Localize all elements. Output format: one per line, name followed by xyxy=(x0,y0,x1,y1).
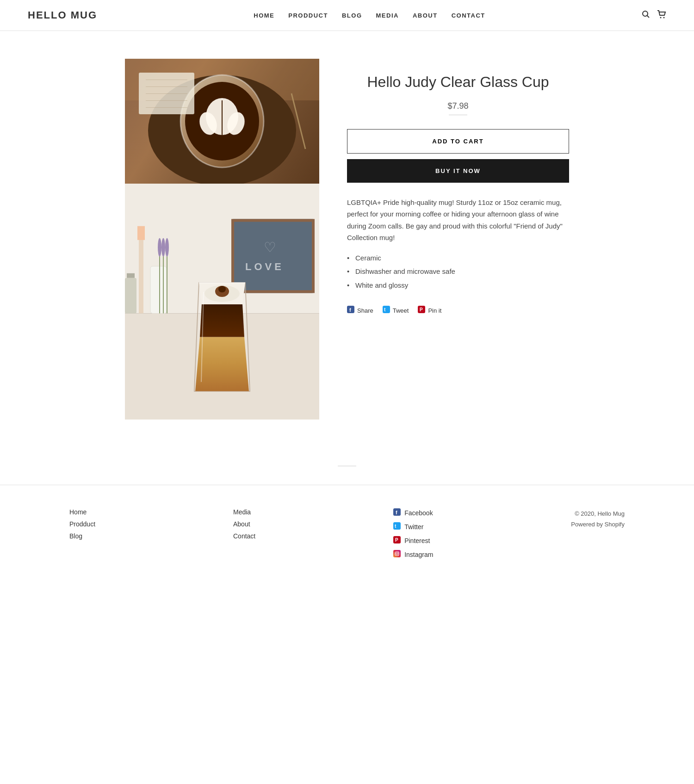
footer-pinterest-label: Pinterest xyxy=(404,537,430,544)
twitter-footer-icon: t xyxy=(393,522,401,531)
bullet-dishwasher: Dishwasher and microwave safe xyxy=(347,265,569,278)
footer-copyright: © 2020, Hello Mug Powered by Shopify xyxy=(571,508,625,559)
site-footer: Home Prodduct Blog Media About Contact f… xyxy=(0,485,694,582)
copyright-text: © 2020, Hello Mug xyxy=(571,508,625,519)
bullet-glossy: White and glossy xyxy=(347,278,569,292)
product-info: Hello Judy Clear Glass Cup $7.98 ADD TO … xyxy=(347,59,569,420)
product-title: Hello Judy Clear Glass Cup xyxy=(347,73,569,92)
footer-pinterest-link[interactable]: P Pinterest xyxy=(393,536,433,545)
product-price: $7.98 xyxy=(347,101,569,111)
pinterest-share-label: Pin it xyxy=(428,307,441,314)
footer-facebook-link[interactable]: f Facebook xyxy=(393,508,433,518)
twitter-share-label: Tweet xyxy=(393,307,409,314)
price-divider xyxy=(449,115,467,115)
footer-instagram-label: Instagram xyxy=(404,551,433,558)
svg-text:P: P xyxy=(420,307,423,312)
cart-button[interactable] xyxy=(657,10,666,21)
search-button[interactable] xyxy=(642,10,650,21)
svg-line-1 xyxy=(647,15,650,18)
footer-contact-link[interactable]: Contact xyxy=(233,532,255,540)
footer-media-link[interactable]: Media xyxy=(233,508,255,516)
twitter-share-icon: t xyxy=(383,306,390,315)
footer-prodduct-link[interactable]: Prodduct xyxy=(69,520,95,528)
facebook-share-icon: f xyxy=(347,306,354,315)
instagram-footer-icon xyxy=(393,550,401,559)
search-icon xyxy=(642,10,650,19)
site-logo[interactable]: HELLO MUG xyxy=(28,9,97,21)
product-image-1 xyxy=(125,59,319,184)
facebook-share-label: Share xyxy=(357,307,373,314)
buy-now-button[interactable]: BUY IT NOW xyxy=(347,159,569,183)
bullet-ceramic: Ceramic xyxy=(347,251,569,265)
nav-about[interactable]: ABOUT xyxy=(413,12,438,19)
nav-contact[interactable]: CONTACT xyxy=(452,12,485,19)
svg-text:f: f xyxy=(396,510,397,515)
svg-text:P: P xyxy=(395,537,398,543)
cart-icon xyxy=(657,10,666,19)
footer-col-social: f Facebook t Twitter P Pinterest xyxy=(393,508,433,559)
footer-twitter-label: Twitter xyxy=(404,523,423,531)
header-icons xyxy=(642,10,666,21)
pinterest-footer-icon: P xyxy=(393,536,401,545)
svg-point-19 xyxy=(398,552,399,553)
svg-point-0 xyxy=(643,11,648,16)
footer-about-link[interactable]: About xyxy=(233,520,255,528)
site-header: HELLO MUG HOME PRODDUCT BLOG MEDIA ABOUT… xyxy=(0,0,694,31)
twitter-share-button[interactable]: t Tweet xyxy=(383,306,409,315)
nav-prodduct[interactable]: PRODDUCT xyxy=(288,12,328,19)
product-container: Hello Judy Clear Glass Cup $7.98 ADD TO … xyxy=(69,31,625,447)
footer-home-link[interactable]: Home xyxy=(69,508,95,516)
facebook-share-button[interactable]: f Share xyxy=(347,306,373,315)
pinterest-share-icon: P xyxy=(418,306,425,315)
product-image-2 xyxy=(125,184,319,420)
svg-rect-16 xyxy=(393,550,401,557)
main-nav: HOME PRODDUCT BLOG MEDIA ABOUT CONTACT xyxy=(254,12,485,19)
product-bullets: Ceramic Dishwasher and microwave safe Wh… xyxy=(347,251,569,292)
nav-home[interactable]: HOME xyxy=(254,12,274,19)
product-description: LGBTQIA+ Pride high-quality mug! Sturdy … xyxy=(347,197,569,244)
pinterest-share-button[interactable]: P Pin it xyxy=(418,306,441,315)
product-images xyxy=(125,59,319,420)
footer-facebook-label: Facebook xyxy=(404,509,433,517)
footer-instagram-link[interactable]: Instagram xyxy=(393,550,433,559)
svg-text:f: f xyxy=(349,307,351,313)
footer-twitter-link[interactable]: t Twitter xyxy=(393,522,433,531)
footer-blog-link[interactable]: Blog xyxy=(69,532,95,540)
svg-point-3 xyxy=(663,17,665,18)
section-divider xyxy=(338,466,356,466)
nav-blog[interactable]: BLOG xyxy=(342,12,362,19)
facebook-footer-icon: f xyxy=(393,508,401,518)
footer-inner: Home Prodduct Blog Media About Contact f… xyxy=(69,508,625,559)
social-share: f Share t Tweet P xyxy=(347,306,569,315)
svg-point-2 xyxy=(660,17,662,18)
powered-by-text: Powered by Shopify xyxy=(571,519,625,530)
footer-col-2: Media About Contact xyxy=(233,508,255,559)
nav-media[interactable]: MEDIA xyxy=(376,12,399,19)
footer-col-1: Home Prodduct Blog xyxy=(69,508,95,559)
add-to-cart-button[interactable]: ADD TO CART xyxy=(347,129,569,154)
